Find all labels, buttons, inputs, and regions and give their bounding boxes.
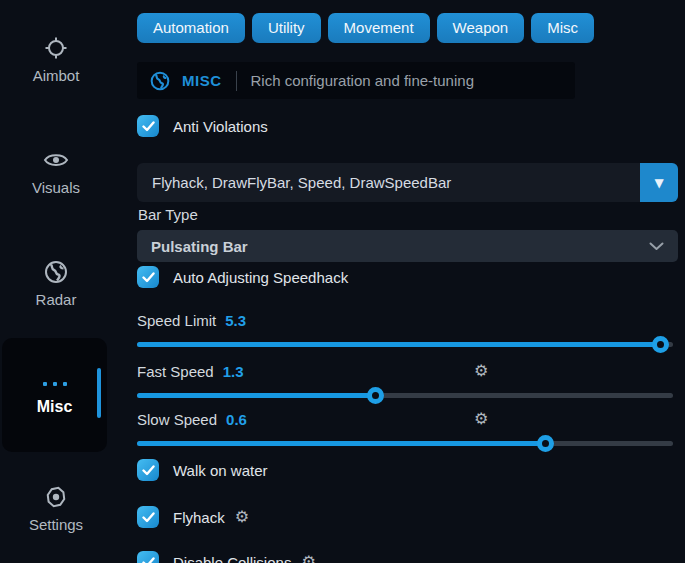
gear-icon[interactable]: ⚙ [474, 411, 488, 427]
sidebar-item-label: Aimbot [3, 67, 109, 84]
check-icon [142, 557, 155, 563]
eye-icon [43, 148, 69, 172]
speed-limit-control: Speed Limit 5.3 [137, 310, 673, 347]
main-panel: Automation Utility Movement Weapon Misc … [137, 0, 678, 563]
multiselect-value: Flyhack, DrawFlyBar, Speed, DrawSpeedBar [152, 163, 451, 202]
slider-value: 5.3 [225, 312, 246, 329]
slider-label: Speed Limit [137, 312, 216, 329]
fast-speed-control: Fast Speed 1.3 ⚙ [137, 361, 673, 398]
anti-violations-row: Anti Violations [137, 114, 268, 138]
gear-icon [44, 485, 68, 509]
sidebar-item-radar[interactable]: Radar [3, 260, 109, 308]
checkbox-label: Disable Collisions [173, 554, 291, 563]
gear-icon[interactable]: ⚙ [235, 509, 249, 525]
check-icon [142, 512, 155, 523]
sidebar-item-label: Settings [3, 516, 109, 533]
fast-speed-slider[interactable] [137, 393, 673, 398]
sidebar-item-aimbot[interactable]: Aimbot [3, 36, 109, 84]
sidebar-item-label: Misc [2, 398, 107, 416]
slider-value: 1.3 [223, 363, 244, 380]
slow-speed-control: Slow Speed 0.6 ⚙ [137, 409, 673, 446]
bar-type-label: Bar Type [138, 206, 198, 223]
speed-limit-slider[interactable] [137, 342, 673, 347]
walk-on-water-row: Walk on water [137, 458, 267, 482]
bar-type-select[interactable]: Pulsating Bar [137, 230, 678, 262]
check-icon [142, 121, 155, 132]
sidebar-item-label: Radar [3, 291, 109, 308]
globe-icon [150, 71, 170, 91]
slider-label: Slow Speed [137, 411, 217, 428]
divider [236, 71, 237, 91]
gear-icon[interactable]: ⚙ [474, 363, 488, 379]
slider-knob[interactable] [652, 336, 669, 353]
flyhack-checkbox[interactable] [137, 506, 159, 528]
slider-fill [137, 342, 661, 347]
check-icon [142, 272, 155, 283]
section-banner: MISC Rich configuration and fine-tuning [137, 62, 575, 99]
select-value: Pulsating Bar [151, 238, 248, 255]
slider-label: Fast Speed [137, 363, 214, 380]
check-icon [142, 465, 155, 476]
disable-collisions-row: Disable Collisions ⚙ [137, 550, 316, 563]
checkbox-label: Flyhack [173, 509, 225, 526]
sidebar-item-settings[interactable]: Settings [3, 485, 109, 533]
gear-icon[interactable]: ⚙ [301, 554, 315, 563]
checkbox-label: Anti Violations [173, 118, 268, 135]
tab-misc[interactable]: Misc [531, 13, 594, 43]
section-subtitle: Rich configuration and fine-tuning [251, 72, 474, 89]
category-tabs: Automation Utility Movement Weapon Misc [137, 13, 594, 43]
walk-on-water-checkbox[interactable] [137, 459, 159, 481]
sidebar-item-misc[interactable]: Misc [2, 338, 107, 452]
ellipsis-icon [2, 382, 107, 386]
multiselect-dropdown-button[interactable]: ▼ [640, 163, 678, 202]
triangle-down-icon: ▼ [654, 176, 663, 190]
section-title: MISC [182, 72, 222, 89]
chevron-down-icon [649, 242, 664, 251]
slider-knob[interactable] [367, 387, 384, 404]
slider-value: 0.6 [226, 411, 247, 428]
active-accent-bar [97, 368, 101, 418]
auto-adjusting-row: Auto Adjusting Speedhack [137, 265, 348, 289]
sidebar-item-visuals[interactable]: Visuals [3, 148, 109, 196]
violations-multiselect[interactable]: Flyhack, DrawFlyBar, Speed, DrawSpeedBar… [137, 163, 678, 202]
tab-weapon[interactable]: Weapon [437, 13, 525, 43]
auto-adjusting-checkbox[interactable] [137, 266, 159, 288]
checkbox-label: Walk on water [173, 462, 267, 479]
tab-automation[interactable]: Automation [137, 13, 245, 43]
globe-icon [44, 260, 68, 284]
flyhack-row: Flyhack ⚙ [137, 505, 249, 529]
crosshair-icon [44, 36, 68, 60]
disable-collisions-checkbox[interactable] [137, 551, 159, 563]
anti-violations-checkbox[interactable] [137, 115, 159, 137]
slider-fill [137, 441, 546, 446]
tab-movement[interactable]: Movement [328, 13, 430, 43]
checkbox-label: Auto Adjusting Speedhack [173, 269, 348, 286]
slider-fill [137, 393, 376, 398]
sidebar: Aimbot Visuals Radar Misc Settings [0, 0, 112, 563]
slider-knob[interactable] [537, 435, 554, 452]
tab-utility[interactable]: Utility [252, 13, 321, 43]
slow-speed-slider[interactable] [137, 441, 673, 446]
sidebar-item-label: Visuals [3, 179, 109, 196]
